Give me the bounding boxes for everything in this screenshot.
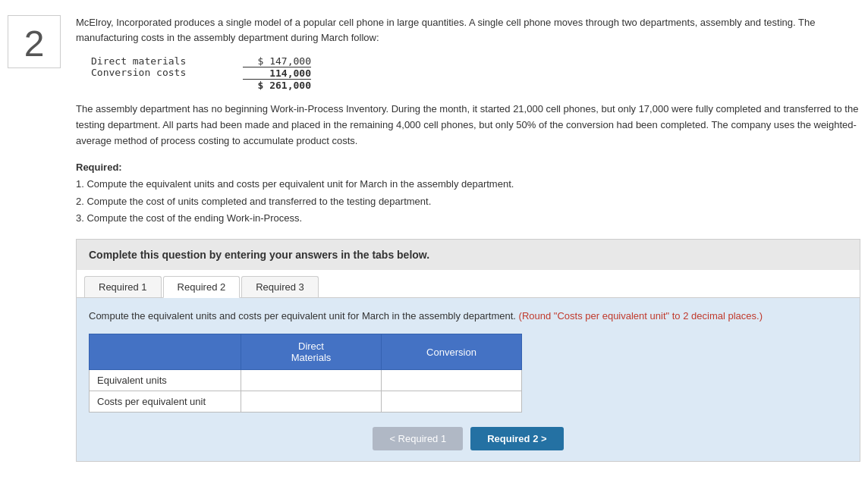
tab-required-1[interactable]: Required 1 xyxy=(84,276,162,297)
cost-dm-cell[interactable] xyxy=(241,391,382,413)
row-label-equiv: Equivalent units xyxy=(90,370,241,391)
table-row: Costs per equivalent unit xyxy=(90,391,522,413)
table-row: Equivalent units xyxy=(90,370,522,391)
nav-buttons: < Required 1 Required 2 > xyxy=(89,427,848,450)
required-item-1: 1. Compute the equivalent units and cost… xyxy=(76,176,860,193)
equivalent-units-table: DirectMaterials Conversion Equivalent un… xyxy=(89,334,522,413)
equiv-conv-cell[interactable] xyxy=(382,370,522,391)
next-button[interactable]: Required 2 > xyxy=(470,427,563,450)
cost-conv-cell[interactable] xyxy=(382,391,522,413)
tab-content: Compute the equivalent units and costs p… xyxy=(77,298,860,462)
tab-instruction: Compute the equivalent units and costs p… xyxy=(89,309,848,324)
equiv-conv-input[interactable] xyxy=(383,372,520,389)
tab-required-2[interactable]: Required 2 xyxy=(163,276,241,298)
required-item-2: 2. Compute the cost of units completed a… xyxy=(76,193,860,210)
required-item-3: 3. Compute the cost of the ending Work-i… xyxy=(76,210,860,227)
question-header: Complete this question by entering your … xyxy=(77,240,860,270)
data-table-container: DirectMaterials Conversion Equivalent un… xyxy=(89,334,522,413)
question-number: 2 xyxy=(8,15,61,68)
col-header-conv: Conversion xyxy=(382,334,522,370)
conversion-label: Conversion costs xyxy=(91,67,212,79)
equiv-dm-cell[interactable] xyxy=(241,370,382,391)
direct-materials-label: Direct materials xyxy=(91,55,212,67)
total-amount: $ 261,000 xyxy=(243,79,311,91)
col-header-dm: DirectMaterials xyxy=(241,334,382,370)
cost-conv-input[interactable] xyxy=(383,393,520,410)
equiv-dm-input[interactable] xyxy=(243,372,379,389)
direct-materials-amount: $ 147,000 xyxy=(243,55,311,67)
intro-paragraph: McElroy, Incorporated produces a single … xyxy=(76,15,860,45)
question-box: Complete this question by entering your … xyxy=(76,239,860,463)
tabs-container: Required 1 Required 2 Required 3 xyxy=(77,270,860,298)
required-title: Required: xyxy=(76,162,122,173)
prev-button[interactable]: < Required 1 xyxy=(373,427,463,450)
cost-dm-input[interactable] xyxy=(243,393,379,410)
tab-required-3[interactable]: Required 3 xyxy=(241,276,319,297)
cost-table: Direct materials $ 147,000 Conversion co… xyxy=(91,55,860,91)
conversion-amount: 114,000 xyxy=(243,67,311,79)
body-paragraph: The assembly department has no beginning… xyxy=(76,102,860,149)
required-section: Required: 1. Compute the equivalent unit… xyxy=(76,159,860,226)
table-header-blank xyxy=(90,334,241,370)
row-label-cost: Costs per equivalent unit xyxy=(90,391,241,413)
